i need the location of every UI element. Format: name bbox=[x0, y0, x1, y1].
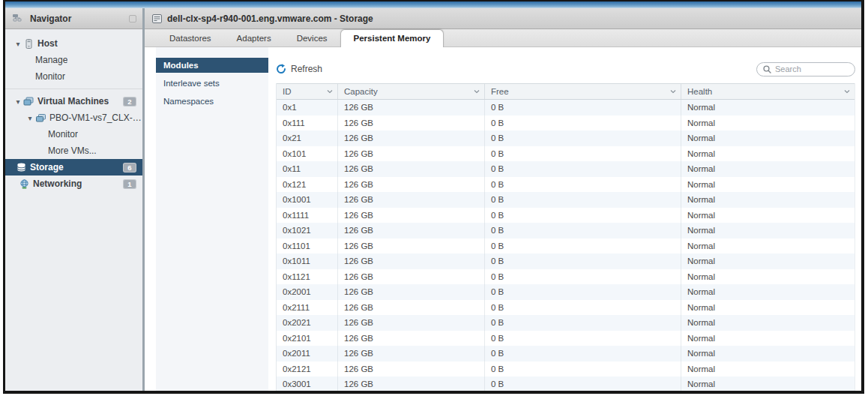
sidebar-item-label: PBO-VM1-vs7_CLX-P... bbox=[49, 112, 142, 123]
table-row[interactable]: 0x11126 GB0 BNormal bbox=[277, 161, 855, 177]
search-box[interactable] bbox=[756, 62, 855, 76]
table-cell: 0 B bbox=[485, 284, 681, 300]
subnav-item-modules[interactable]: Modules bbox=[156, 58, 268, 73]
table-cell: 0x2101 bbox=[277, 331, 338, 346]
sidebar-item-networking[interactable]: Networking 1 bbox=[5, 176, 142, 192]
table-row[interactable]: 0x1101126 GB0 BNormal bbox=[277, 238, 855, 254]
table-cell: 126 GB bbox=[338, 362, 485, 377]
sidebar-item-vm-monitor[interactable]: Monitor bbox=[5, 126, 142, 142]
search-input[interactable] bbox=[775, 64, 849, 74]
table-cell: 0 B bbox=[485, 300, 681, 316]
column-header-health[interactable]: Health bbox=[681, 84, 855, 99]
table-cell: Normal bbox=[681, 284, 855, 300]
tab-datastores[interactable]: Datastores bbox=[157, 30, 224, 46]
table-cell: Normal bbox=[681, 362, 855, 377]
column-menu-icon[interactable] bbox=[670, 89, 676, 94]
tab-persistent-memory[interactable]: Persistent Memory bbox=[340, 29, 444, 47]
table-cell: 0 B bbox=[485, 315, 681, 331]
table-row[interactable]: 0x111126 GB0 BNormal bbox=[277, 116, 855, 131]
table-cell: 0x1101 bbox=[277, 238, 338, 254]
table-cell: 0x21 bbox=[277, 130, 338, 146]
table-cell: 0x2111 bbox=[277, 300, 338, 316]
chevron-expanded-icon[interactable]: ▾ bbox=[13, 40, 23, 48]
table-cell: 126 GB bbox=[338, 130, 485, 146]
sidebar-item-storage[interactable]: Storage 6 bbox=[5, 159, 142, 176]
table-cell: 0x111 bbox=[277, 116, 338, 131]
table-cell: 0x1001 bbox=[277, 192, 338, 208]
table-cell: 0x2001 bbox=[277, 284, 338, 300]
table-row[interactable]: 0x3001126 GB0 BNormal bbox=[277, 376, 855, 391]
table-cell: Normal bbox=[681, 161, 855, 177]
table-cell: 126 GB bbox=[338, 269, 485, 285]
table-cell: 0 B bbox=[485, 238, 681, 254]
table-row[interactable]: 0x1011126 GB0 BNormal bbox=[277, 254, 855, 269]
sidebar-item-manage[interactable]: Manage bbox=[5, 52, 142, 68]
refresh-icon bbox=[276, 64, 286, 74]
table-row[interactable]: 0x2021126 GB0 BNormal bbox=[277, 315, 855, 331]
table-row[interactable]: 0x2121126 GB0 BNormal bbox=[277, 362, 855, 377]
sidebar-item-label: Storage bbox=[30, 162, 64, 172]
storage-count-badge: 6 bbox=[123, 163, 136, 172]
table-header-row: ID Capacity Free bbox=[277, 83, 855, 100]
table-cell: Normal bbox=[681, 192, 855, 208]
table-cell: 126 GB bbox=[338, 208, 485, 224]
table-row[interactable]: 0x2001126 GB0 BNormal bbox=[277, 284, 855, 300]
pin-panel-icon[interactable] bbox=[129, 15, 136, 22]
sidebar-item-monitor[interactable]: Monitor bbox=[5, 68, 142, 85]
table-cell: 0 B bbox=[485, 208, 681, 224]
table-row[interactable]: 0x1111126 GB0 BNormal bbox=[277, 208, 855, 224]
table-cell: 0 B bbox=[485, 100, 681, 116]
table-cell: 0x3001 bbox=[277, 376, 338, 391]
sidebar-item-pbo-vm[interactable]: ▾ PBO-VM1-vs7_CLX-P... bbox=[5, 110, 142, 126]
tab-devices[interactable]: Devices bbox=[284, 30, 340, 46]
chevron-expanded-icon[interactable]: ▾ bbox=[25, 114, 35, 122]
table-cell: Normal bbox=[681, 238, 855, 254]
chevron-expanded-icon[interactable]: ▾ bbox=[13, 98, 23, 106]
table-row[interactable]: 0x2111126 GB0 BNormal bbox=[277, 300, 855, 316]
table-cell: 126 GB bbox=[338, 315, 485, 331]
vm-count-badge: 2 bbox=[123, 97, 136, 106]
tab-adapters[interactable]: Adapters bbox=[224, 30, 284, 46]
table-cell: 0 B bbox=[485, 130, 681, 146]
sidebar-item-host[interactable]: ▾ Host bbox=[5, 35, 142, 52]
refresh-label: Refresh bbox=[291, 64, 322, 74]
subnav-item-namespaces[interactable]: Namespaces bbox=[156, 94, 268, 109]
column-header-id[interactable]: ID bbox=[277, 84, 338, 99]
column-menu-icon[interactable] bbox=[327, 89, 333, 94]
table-cell: 0x2011 bbox=[277, 346, 338, 362]
subnav-item-interleave-sets[interactable]: Interleave sets bbox=[156, 76, 268, 91]
table-cell: 0 B bbox=[485, 116, 681, 131]
table-cell: 126 GB bbox=[338, 284, 485, 300]
sidebar-item-more-vms[interactable]: More VMs... bbox=[5, 142, 142, 159]
column-menu-icon[interactable] bbox=[844, 89, 850, 94]
table-cell: 0 B bbox=[485, 269, 681, 285]
refresh-button[interactable]: Refresh bbox=[276, 64, 322, 74]
column-header-free[interactable]: Free bbox=[485, 84, 681, 99]
toolbar: Refresh bbox=[276, 47, 855, 83]
table-row[interactable]: 0x1121126 GB0 BNormal bbox=[277, 269, 855, 285]
modules-panel: Refresh bbox=[276, 47, 855, 391]
table-row[interactable]: 0x1126 GB0 BNormal bbox=[277, 100, 855, 116]
sidebar-item-label: Monitor bbox=[35, 71, 65, 82]
table-row[interactable]: 0x101126 GB0 BNormal bbox=[277, 146, 855, 162]
table-row[interactable]: 0x21126 GB0 BNormal bbox=[277, 130, 855, 146]
tree-separator bbox=[5, 88, 142, 89]
table-row[interactable]: 0x2011126 GB0 BNormal bbox=[277, 346, 855, 362]
table-row[interactable]: 0x1021126 GB0 BNormal bbox=[277, 223, 855, 238]
sidebar-item-virtual-machines[interactable]: ▾ Virtual Machines 2 bbox=[5, 93, 142, 110]
networking-icon bbox=[19, 178, 29, 189]
column-menu-icon[interactable] bbox=[474, 89, 480, 94]
table-cell: Normal bbox=[681, 223, 855, 238]
table-cell: Normal bbox=[681, 300, 855, 316]
table-row[interactable]: 0x1001126 GB0 BNormal bbox=[277, 192, 855, 208]
networking-count-badge: 1 bbox=[123, 179, 136, 189]
table-cell: 126 GB bbox=[338, 116, 485, 131]
table-row[interactable]: 0x121126 GB0 BNormal bbox=[277, 177, 855, 193]
persistent-memory-subnav: Modules Interleave sets Namespaces bbox=[156, 47, 268, 391]
table-cell: 126 GB bbox=[338, 161, 485, 177]
table-cell: Normal bbox=[681, 146, 855, 162]
table-row[interactable]: 0x2101126 GB0 BNormal bbox=[277, 331, 855, 346]
column-header-capacity[interactable]: Capacity bbox=[338, 84, 485, 99]
table-cell: 0 B bbox=[485, 192, 681, 208]
table-cell: 0x1121 bbox=[277, 269, 338, 285]
